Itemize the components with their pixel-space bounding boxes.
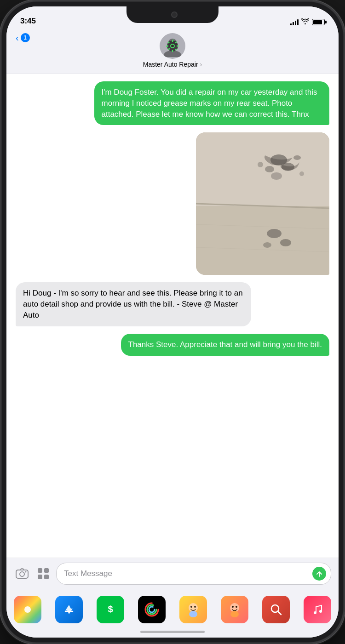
svg-rect-7 (167, 46, 168, 47)
svg-rect-32 (44, 568, 49, 573)
contact-avatar[interactable] (160, 33, 185, 59)
svg-line-49 (278, 611, 281, 615)
svg-point-50 (314, 611, 316, 614)
phone-screen: 3:45 (6, 6, 339, 638)
svg-point-4 (171, 45, 174, 47)
svg-rect-31 (38, 568, 42, 573)
dock-memoji2-app[interactable] (221, 596, 248, 623)
status-time: 3:45 (20, 17, 36, 26)
contact-name[interactable]: Master Auto Repair › (143, 61, 202, 68)
back-button[interactable]: ‹ 1 (16, 33, 30, 42)
svg-point-23 (267, 229, 282, 238)
message-out-2: Thanks Steve. Appreciate that and will b… (121, 334, 329, 356)
svg-point-41 (190, 606, 192, 608)
svg-point-42 (194, 606, 196, 608)
camera-notch (171, 11, 178, 18)
dock-activity-app[interactable] (138, 596, 166, 623)
send-button[interactable] (312, 567, 326, 581)
dock-memoji1-app[interactable] (179, 596, 207, 623)
svg-rect-14 (196, 132, 329, 206)
back-chevron-icon: ‹ (16, 33, 19, 42)
dock-music-app[interactable] (304, 596, 331, 623)
svg-point-43 (189, 611, 197, 617)
wifi-icon (301, 18, 309, 26)
svg-point-39 (149, 607, 155, 612)
contact-chevron-icon: › (200, 61, 202, 68)
svg-point-22 (299, 171, 304, 176)
signal-icon (290, 19, 299, 25)
svg-rect-34 (44, 575, 49, 579)
svg-point-29 (20, 572, 24, 576)
svg-point-25 (263, 242, 271, 248)
svg-point-24 (280, 239, 291, 246)
status-icons (290, 18, 325, 26)
svg-point-47 (230, 611, 239, 617)
home-bar (140, 631, 205, 633)
svg-point-30 (25, 571, 27, 573)
apps-button[interactable] (35, 565, 52, 582)
dock-search-app[interactable] (262, 596, 290, 623)
message-in-1: Hi Doug - I'm so sorry to hear and see t… (16, 282, 251, 326)
svg-rect-33 (38, 575, 42, 579)
svg-rect-6 (172, 50, 173, 52)
svg-point-21 (258, 162, 263, 167)
dock-photos-app[interactable] (14, 596, 41, 623)
notch (126, 6, 218, 23)
dock-cash-app[interactable]: $ (97, 596, 124, 623)
camera-button[interactable] (14, 565, 30, 582)
svg-point-45 (232, 606, 234, 608)
svg-point-19 (293, 155, 301, 160)
svg-rect-28 (16, 570, 28, 578)
svg-point-20 (271, 172, 282, 180)
text-input-wrap[interactable]: Text Message (56, 563, 331, 585)
battery-icon (312, 19, 325, 25)
input-area: Text Message (6, 558, 339, 592)
message-image[interactable] (196, 132, 329, 275)
back-badge: 1 (21, 33, 30, 42)
svg-point-18 (265, 166, 274, 172)
home-indicator (6, 631, 339, 638)
dock-appstore-app[interactable] (55, 596, 83, 623)
svg-point-46 (236, 606, 237, 608)
dock: $ (6, 592, 339, 631)
screen-content: 3:45 (6, 6, 339, 638)
messages-list: I'm Doug Foster. You did a repair on my … (6, 74, 339, 558)
svg-rect-8 (177, 46, 178, 47)
phone-frame: 3:45 (0, 0, 345, 644)
message-out-1: I'm Doug Foster. You did a repair on my … (94, 81, 330, 125)
nav-header: ‹ 1 (6, 29, 339, 74)
svg-point-51 (319, 610, 322, 613)
svg-text:$: $ (108, 604, 113, 614)
svg-rect-5 (172, 40, 173, 42)
text-input-placeholder: Text Message (64, 569, 309, 578)
